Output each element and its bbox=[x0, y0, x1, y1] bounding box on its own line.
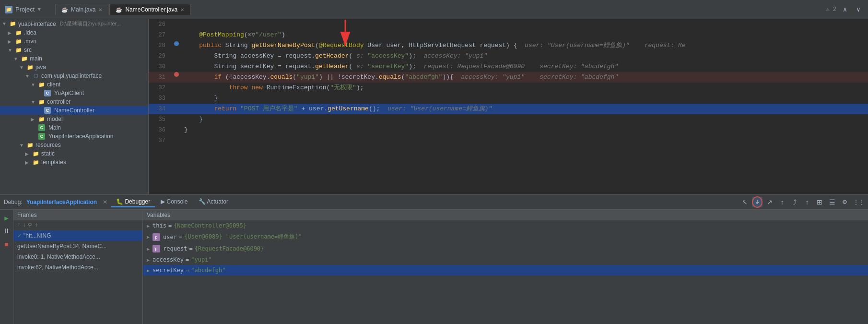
up-btn[interactable]: ∧ bbox=[840, 5, 850, 14]
controller-label: controller bbox=[47, 98, 70, 105]
sidebar-yuapiapp[interactable]: ▶ C YuapiInterfaceApplication bbox=[0, 132, 148, 141]
frame-add-btn[interactable]: + bbox=[34, 221, 38, 229]
actuator-label: Actuator bbox=[207, 198, 228, 205]
main-folder-icon: 📁 bbox=[21, 55, 28, 62]
sidebar-static[interactable]: ▶ 📁 static bbox=[0, 149, 148, 158]
project-dropdown-icon[interactable]: ▼ bbox=[37, 7, 41, 12]
code-line-35: 35 } bbox=[149, 114, 868, 125]
var-secretkey[interactable]: ▶ secretKey = "abcdefgh" bbox=[143, 265, 868, 276]
var-secretkey-equals: = bbox=[186, 267, 189, 274]
debug-tab-actuator[interactable]: 🔧 Actuator bbox=[194, 197, 233, 207]
debug-panel: Debug: YuapiInterfaceApplication ✕ 🐛 Deb… bbox=[0, 194, 868, 324]
step-over-btn[interactable]: ↖ bbox=[739, 197, 750, 207]
debugger-label: Debugger bbox=[125, 198, 150, 205]
list-btn[interactable]: ☰ bbox=[827, 197, 837, 207]
static-chevron: ▶ bbox=[25, 151, 31, 156]
sidebar-src[interactable]: ▼ 📁 src bbox=[0, 46, 148, 54]
sidebar-mvn[interactable]: ▶ 📁 .mvn bbox=[0, 37, 148, 46]
table-btn[interactable]: ⊞ bbox=[814, 197, 825, 207]
debug-tab-console[interactable]: ▶ Console bbox=[156, 197, 192, 207]
evaluate2-btn[interactable]: ↑ bbox=[802, 197, 812, 207]
title-bar-left: 📁 Project ▼ bbox=[5, 6, 41, 13]
play-btn[interactable]: ▶ bbox=[1, 213, 12, 223]
pause-btn[interactable]: ⏸ bbox=[1, 226, 12, 237]
sidebar-namecontroller[interactable]: ▶ C NameController bbox=[0, 106, 148, 115]
model-folder-icon: 📁 bbox=[38, 116, 45, 122]
controller-folder-icon: 📁 bbox=[38, 98, 45, 105]
sidebar-main-class[interactable]: ▶ C Main bbox=[0, 123, 148, 132]
templates-folder-icon: 📁 bbox=[33, 159, 39, 166]
code-line-34: 34 return "POST 用户名字是" + user.getUsernam… bbox=[149, 104, 868, 114]
var-secretkey-name: secretKey bbox=[152, 267, 184, 274]
code-line-32: 32 throw new RuntimeException("无权限"); bbox=[149, 83, 868, 93]
var-accesskey[interactable]: ▶ accessKey = "yupi" bbox=[143, 254, 868, 265]
yuapiapp-label: YuapiInterfaceApplication bbox=[48, 133, 113, 140]
settings-btn[interactable]: ⚙ bbox=[839, 197, 850, 207]
tab-main-java-close[interactable]: ✕ bbox=[98, 7, 102, 12]
tab-name-controller[interactable]: ☕ NameController.java ✕ bbox=[109, 4, 190, 15]
frame-label-3: invoke:62, NativeMethodAcce... bbox=[17, 264, 98, 271]
sidebar-controller[interactable]: ▼ 📁 controller bbox=[0, 97, 148, 106]
sidebar: ▼ 📁 yuapi-interface D:\星球项目2\yuapi-inter… bbox=[0, 19, 149, 194]
sidebar-root[interactable]: ▼ 📁 yuapi-interface D:\星球项目2\yuapi-inter… bbox=[0, 19, 148, 28]
settings2-btn[interactable]: ⋮⋮ bbox=[854, 197, 864, 207]
idea-label: .idea bbox=[24, 29, 36, 36]
frame-filter-btn[interactable]: ⚲ bbox=[28, 222, 32, 229]
sidebar-idea[interactable]: ▶ 📁 .idea bbox=[0, 28, 148, 37]
mvn-label: .mvn bbox=[24, 38, 36, 45]
var-accesskey-equals: = bbox=[186, 256, 189, 263]
sidebar-client[interactable]: ▼ 📁 client bbox=[0, 80, 148, 89]
main-folder-label: main bbox=[30, 55, 42, 62]
tab-main-java[interactable]: ☕ Main.java ✕ bbox=[55, 4, 108, 15]
step-out-btn[interactable]: ↗ bbox=[764, 197, 775, 207]
frame-item-2[interactable]: invoke0:-1, NativeMethodAcce... bbox=[13, 252, 142, 262]
frame-label-1: getUserNameByPost:34, NameC... bbox=[17, 243, 106, 250]
var-this-name: this bbox=[152, 222, 166, 229]
mvn-chevron: ▶ bbox=[8, 39, 13, 44]
var-this[interactable]: ▶ this = {NameController@6095} bbox=[143, 220, 868, 231]
debugger-icon: 🐛 bbox=[116, 198, 123, 205]
java-label: java bbox=[35, 64, 46, 71]
line-num-30: 30 bbox=[149, 61, 170, 72]
frame-item-1[interactable]: getUserNameByPost:34, NameC... bbox=[13, 241, 142, 252]
stop-btn[interactable]: ■ bbox=[1, 240, 12, 250]
frame-down-btn[interactable]: ↓ bbox=[23, 222, 26, 228]
code-line-26: 26 bbox=[149, 19, 868, 30]
line-content-36: } bbox=[182, 125, 868, 135]
code-editor: 26 27 @PostMapping(⊙▽"/user") 28 bbox=[149, 19, 868, 194]
sidebar-main-folder[interactable]: ▼ 📁 main bbox=[0, 54, 148, 63]
frame-item-3[interactable]: invoke:62, NativeMethodAcce... bbox=[13, 262, 142, 273]
debug-close[interactable]: ✕ bbox=[103, 199, 107, 205]
project-label[interactable]: Project bbox=[15, 6, 35, 13]
line-content-30: String secretKey = request.getHeader( s:… bbox=[182, 61, 868, 72]
line-content-34: return "POST 用户名字是" + user.getUsername()… bbox=[182, 104, 868, 114]
var-user-icon: p bbox=[152, 233, 160, 241]
resources-label: resources bbox=[35, 142, 61, 148]
title-tabs: ☕ Main.java ✕ ☕ NameController.java ✕ bbox=[55, 4, 190, 15]
tab-name-controller-close[interactable]: ✕ bbox=[180, 7, 184, 12]
mvn-folder-icon: 📁 bbox=[15, 38, 22, 45]
frame-up-btn[interactable]: ↑ bbox=[17, 222, 21, 228]
step-into-btn[interactable] bbox=[752, 197, 762, 207]
annotation-27: @PostMapping bbox=[199, 31, 244, 38]
var-request[interactable]: ▶ p request = {RequestFacade@6090} bbox=[143, 243, 868, 254]
console-label: Console bbox=[166, 198, 188, 205]
var-user-equals: = bbox=[179, 234, 182, 240]
sidebar-templates[interactable]: ▶ 📁 templates bbox=[0, 158, 148, 167]
evaluate-btn[interactable]: ⤴ bbox=[789, 197, 800, 207]
var-user-name: user bbox=[163, 234, 177, 240]
debug-tab-debugger[interactable]: 🐛 Debugger bbox=[111, 197, 155, 207]
frame-item-0[interactable]: ✓ "htt...NING bbox=[13, 230, 142, 241]
src-folder-icon: 📁 bbox=[15, 47, 22, 53]
red-arrow-svg bbox=[331, 19, 360, 51]
sidebar-com-yupi[interactable]: ▼ ⬡ com.yupi.yuapiinterface bbox=[0, 72, 148, 80]
sidebar-model[interactable]: ▶ 📁 model bbox=[0, 115, 148, 123]
sidebar-java[interactable]: ▼ 📁 java bbox=[0, 63, 148, 72]
line-num-31: 31 bbox=[149, 72, 170, 83]
var-user[interactable]: ▶ p user = {User@6089} "User(username=鲤鱼… bbox=[143, 231, 868, 243]
breakpoint-31[interactable] bbox=[174, 72, 179, 77]
run-to-cursor-btn[interactable]: ↑ bbox=[777, 197, 787, 207]
down-btn[interactable]: ∨ bbox=[854, 5, 863, 14]
sidebar-resources[interactable]: ▼ 📁 resources bbox=[0, 141, 148, 149]
sidebar-yuapiclient[interactable]: ▶ C YuApiClient bbox=[0, 89, 148, 97]
